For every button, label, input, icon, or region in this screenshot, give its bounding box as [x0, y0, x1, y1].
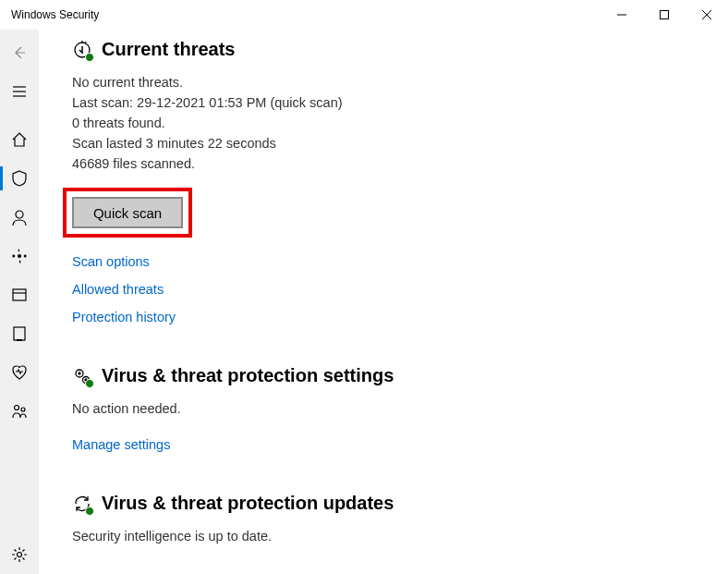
last-scan-text: Last scan: 29-12-2021 01:53 PM (quick sc…: [72, 93, 728, 113]
protection-history-link[interactable]: Protection history: [72, 310, 728, 324]
sidebar: [0, 30, 39, 574]
threats-title: Current threats: [102, 39, 235, 60]
threats-found-text: 0 threats found.: [72, 114, 728, 133]
protection-updates-section: Virus & threat protection updates Securi…: [72, 493, 728, 546]
svg-point-14: [21, 408, 25, 411]
window-title: Windows Security: [11, 8, 99, 21]
sidebar-item-device-security[interactable]: [0, 314, 39, 353]
sidebar-item-virus-protection[interactable]: [0, 159, 39, 198]
scan-options-link[interactable]: Scan options: [72, 254, 728, 269]
updates-title: Virus & threat protection updates: [102, 493, 394, 514]
svg-point-8: [18, 255, 21, 258]
minimize-button[interactable]: [601, 0, 643, 30]
content-area: Current threats No current threats. Last…: [39, 30, 728, 574]
close-button[interactable]: [686, 0, 728, 30]
quick-scan-highlight: Quick scan: [63, 188, 192, 238]
settings-section-icon: [72, 366, 92, 386]
protection-settings-section: Virus & threat protection settings No ac…: [72, 365, 728, 452]
svg-rect-11: [14, 327, 25, 340]
menu-button[interactable]: [0, 72, 39, 111]
allowed-threats-link[interactable]: Allowed threats: [72, 282, 728, 297]
manage-settings-link[interactable]: Manage settings: [72, 437, 728, 452]
sidebar-item-app-browser[interactable]: [0, 275, 39, 314]
sidebar-item-home[interactable]: [0, 120, 39, 159]
files-scanned-text: 46689 files scanned.: [72, 154, 728, 174]
updates-icon: [72, 494, 92, 514]
svg-point-15: [18, 553, 22, 557]
sidebar-item-settings[interactable]: [0, 535, 39, 574]
current-threats-section: Current threats No current threats. Last…: [72, 39, 728, 324]
svg-rect-1: [661, 11, 669, 19]
maximize-button[interactable]: [643, 0, 686, 30]
window-controls: [601, 0, 728, 30]
updates-status: Security intelligence is up to date.: [72, 527, 728, 546]
sidebar-item-device-health[interactable]: [0, 353, 39, 392]
titlebar: Windows Security: [0, 0, 728, 30]
settings-title: Virus & threat protection settings: [102, 365, 394, 386]
threats-status: No current threats.: [72, 73, 728, 92]
svg-rect-9: [13, 289, 26, 300]
svg-point-18: [79, 372, 80, 374]
svg-point-7: [16, 211, 23, 218]
threats-icon: [72, 40, 92, 60]
scan-duration-text: Scan lasted 3 minutes 22 seconds: [72, 134, 728, 153]
sidebar-item-family[interactable]: [0, 392, 39, 431]
svg-point-13: [15, 406, 19, 410]
sidebar-item-account[interactable]: [0, 198, 39, 237]
back-button[interactable]: [0, 33, 39, 72]
quick-scan-button[interactable]: Quick scan: [72, 197, 183, 228]
settings-status: No action needed.: [72, 399, 728, 419]
sidebar-item-firewall[interactable]: [0, 237, 39, 275]
